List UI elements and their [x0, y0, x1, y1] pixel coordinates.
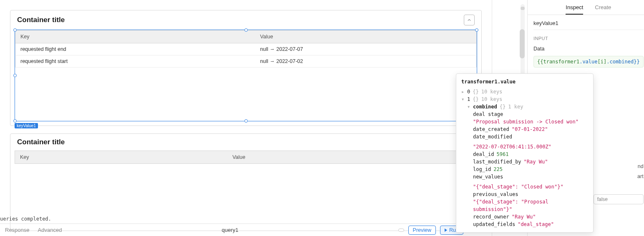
- status-text: ueries completed.: [0, 216, 51, 222]
- tree-key: previous_values: [473, 191, 518, 198]
- tree-key: new_values: [473, 173, 503, 181]
- tree-value: "Ray Wu": [524, 158, 548, 166]
- resize-handle[interactable]: [475, 28, 478, 32]
- data-expression-input[interactable]: {{transformer1.value[i].combined}}: [533, 56, 644, 68]
- keyvalue-table: Key Value: [15, 151, 477, 164]
- query-bottom-bar: Response Advanced query1 Preview Run: [0, 223, 492, 236]
- selection-label: keyValue1: [15, 123, 38, 128]
- column-header-value: Value: [227, 151, 477, 164]
- expr-token: {{transformer1: [537, 59, 579, 65]
- tree-value: "07-01-2022": [512, 126, 548, 133]
- tree-meta: 1 key: [508, 103, 523, 110]
- cell-value: null → 2022-07-07: [255, 43, 477, 55]
- component-name[interactable]: keyValue1: [533, 20, 644, 30]
- table-row[interactable]: requested flight start null → 2022-07-02: [15, 55, 477, 68]
- resize-handle[interactable]: [13, 28, 17, 32]
- tree-key: record_owner: [473, 213, 509, 221]
- column-header-value: Value: [255, 30, 477, 43]
- container-title: Container title: [17, 16, 65, 24]
- tree-key: last_modified_by: [473, 158, 521, 166]
- empty-space: [15, 68, 477, 121]
- resize-handle[interactable]: [244, 28, 248, 32]
- section-input: INPUT: [533, 34, 644, 41]
- resize-handle[interactable]: [13, 119, 17, 123]
- tree-key: log_id: [473, 166, 491, 173]
- tree-key: deal stage: [473, 110, 503, 118]
- tree-meta: 10 keys: [481, 95, 503, 103]
- collapse-button[interactable]: [464, 15, 475, 25]
- field-label-data: Data: [533, 46, 644, 52]
- caret-icon[interactable]: ▾: [461, 95, 465, 103]
- column-header-key: Key: [15, 151, 228, 164]
- tree-key: updated_fields: [473, 221, 515, 228]
- canvas: Container title keyValue1: [0, 0, 492, 236]
- play-icon: [445, 228, 447, 232]
- tree-value: 225: [493, 166, 503, 173]
- resize-handle[interactable]: [13, 74, 17, 77]
- expr-token: .value: [579, 59, 597, 65]
- hidden-input[interactable]: false: [594, 194, 644, 204]
- caret-icon[interactable]: ▸: [461, 88, 465, 95]
- scrollbar-thumb[interactable]: [521, 7, 525, 10]
- tab-response[interactable]: Response: [5, 227, 30, 233]
- tree-value: "deal_stage": [518, 221, 554, 228]
- tab-inspect[interactable]: Inspect: [566, 4, 583, 15]
- tree-meta: 10 keys: [481, 88, 503, 95]
- keyvalue-table: Key Value requested flight end null → 20…: [15, 30, 477, 68]
- value-inspector-popover: transformer1.value ▸0 {} 10 keys ▾1 {} 1…: [456, 73, 594, 233]
- query-name[interactable]: query1: [69, 227, 390, 233]
- tree-value: "{"deal_stage": "Proposal submission"}": [473, 198, 588, 213]
- tree-value: "2022-07-02T06:41:15.000Z": [473, 143, 551, 151]
- chevron-up-icon: [467, 18, 472, 23]
- cell-key: requested flight start: [15, 55, 255, 68]
- container-2[interactable]: Container title Key Value: [10, 133, 482, 231]
- column-header-key: Key: [15, 30, 255, 43]
- tree-key[interactable]: combined: [473, 103, 497, 110]
- keyvalue-component-selected[interactable]: keyValue1 Key Value requested flight end…: [15, 30, 477, 121]
- tree-key[interactable]: 0: [467, 88, 470, 95]
- preview-label: Preview: [413, 227, 431, 233]
- tree-value: "{"deal_stage": "Closed won"}": [473, 183, 564, 191]
- resize-handle[interactable]: [244, 119, 248, 123]
- tree-value: 5961: [497, 151, 509, 158]
- popover-title: transformer1.value: [461, 78, 588, 85]
- tree-key: deal_id: [473, 151, 494, 158]
- tab-create[interactable]: Create: [595, 4, 611, 15]
- container-title: Container title: [17, 138, 65, 146]
- cell-value: null → 2022-07-02: [255, 55, 477, 68]
- more-button[interactable]: [398, 228, 404, 232]
- expr-token: [i]: [598, 59, 607, 65]
- tree-value: "Ray Wu": [512, 213, 536, 221]
- tab-advanced[interactable]: Advanced: [38, 227, 62, 233]
- preview-button[interactable]: Preview: [408, 226, 436, 235]
- tree-key[interactable]: 1: [467, 95, 470, 103]
- tree-key: date_created: [473, 126, 509, 133]
- caret-icon[interactable]: ▾: [467, 103, 470, 110]
- table-row[interactable]: requested flight end null → 2022-07-07: [15, 43, 477, 55]
- scrollbar-thumb[interactable]: [520, 29, 525, 58]
- empty-space: [15, 164, 477, 226]
- cell-key: requested flight end: [15, 43, 255, 55]
- expr-token: .combined}}: [606, 59, 639, 65]
- container-1[interactable]: Container title keyValue1: [10, 10, 482, 126]
- tree-key: date_modified: [473, 133, 512, 141]
- tree-value: "Proposal submission -> Closed won": [473, 118, 579, 126]
